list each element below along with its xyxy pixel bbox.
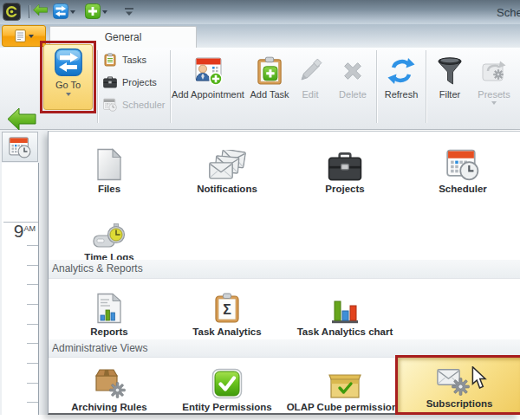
menu-item-label: Archiving Rules [50,402,168,412]
edit-button[interactable]: Edit [293,50,328,126]
goto-dropdown-menu: Files Notifications Projects Scheduler [48,131,520,415]
section-header-analytics-reports: Analytics & Reports [49,260,520,279]
goto-dropdown-caret [66,93,71,99]
menu-item-label: Task Analytics [168,326,286,337]
section-header-administrative-views: Administrative Views [49,339,520,358]
go-to-icon [53,3,68,19]
tasks-clipboard-icon [103,53,117,67]
menu-item-label: Entity Permissions [168,402,286,412]
add-task-button[interactable]: Add Task [247,50,292,126]
menu-item-files[interactable]: Files [50,143,168,194]
menu-item-time-logs[interactable]: Time Logs [50,211,168,262]
time-ruler: 9 AM [2,163,39,415]
menu-item-label: OLAP Cube permissions [286,402,404,412]
titlebar: Sche [0,0,520,24]
add-task-label: Add Task [250,89,289,100]
goto-dropdown-caret [70,10,75,16]
menu-item-reports[interactable]: Reports [50,286,168,337]
report-document-icon [50,286,168,324]
box-check-icon [286,361,404,399]
time-label: 9 AM [14,223,36,240]
projects-label: Projects [122,77,157,87]
ribbon-separator [426,50,427,123]
quick-access-back-button[interactable] [33,3,48,16]
ribbon-separator [97,50,99,123]
quick-access-goto-button[interactable] [53,3,75,19]
time-tick [27,324,38,325]
time-meridiem: AM [24,224,36,233]
edit-label: Edit [302,89,319,100]
add-appointment-button[interactable]: Add Appointment [171,50,245,126]
box-gear-icon [50,361,168,399]
refresh-icon [387,54,415,88]
quick-access-add-button[interactable] [85,3,107,19]
go-to-icon [55,48,82,76]
time-tick [27,402,38,403]
presets-label: Presets [478,89,510,100]
time-tick [27,245,38,246]
mouse-cursor [471,366,488,390]
time-hour: 9 [14,223,24,240]
tasks-button[interactable]: Tasks [101,49,168,70]
refresh-button[interactable]: Refresh [380,50,422,126]
edit-pencil-icon [297,54,323,88]
time-tick [27,284,38,285]
projects-briefcase-icon [103,76,117,88]
envelopes-icon [168,143,286,181]
calendar-clock-icon [404,143,520,181]
add-icon [85,3,101,19]
refresh-label: Refresh [385,89,419,100]
time-tick [27,343,38,344]
menu-item-olap-cube-permissions[interactable]: OLAP Cube permissions [286,361,404,412]
window-bottom-edge [0,415,520,420]
customize-quick-access-toolbar-icon [124,7,134,16]
goto-button[interactable]: Go To [43,44,93,110]
time-tick [27,304,38,305]
delete-x-icon [340,54,366,88]
svg-text:Σ: Σ [223,302,231,317]
add-appointment-label: Add Appointment [172,89,244,100]
delete-button[interactable]: Delete [332,50,374,126]
add-task-icon [257,54,283,88]
time-tick [27,363,38,364]
menu-item-label: Task Analytics chart [286,326,404,337]
bar-chart-icon [286,286,404,324]
menu-item-scheduler[interactable]: Scheduler [404,143,520,194]
menu-item-entity-permissions[interactable]: Entity Permissions [168,361,286,412]
menu-item-task-analytics-chart[interactable]: Task Analytics chart [286,286,404,337]
green-check-icon [168,361,286,399]
application-menu-button[interactable] [2,25,46,47]
tasks-label: Tasks [122,55,146,65]
projects-button[interactable]: Projects [101,72,168,93]
menu-item-label: Files [50,184,168,194]
menu-item-label: Reports [50,326,168,337]
customize-quick-access-toolbar-button[interactable] [124,7,134,16]
quick-access-separator [29,5,30,18]
presets-dropdown-caret [491,101,497,107]
goto-label: Go To [55,80,81,90]
menu-item-label: Scheduler [404,184,520,194]
filter-button[interactable]: Filter [430,50,470,126]
sigma-clipboard-icon: Σ [168,286,286,324]
time-tick [27,383,38,384]
ribbon-separator [376,50,378,123]
application-menu-caret [29,35,34,41]
scheduler-button[interactable]: Scheduler [101,94,168,115]
presets-button[interactable]: Presets [472,50,516,126]
menu-item-label: Notifications [168,184,286,194]
back-arrow-icon [33,3,48,16]
filter-label: Filter [439,89,460,100]
menu-item-task-analytics[interactable]: Σ Task Analytics [168,286,286,337]
briefcase-icon [286,143,404,181]
stopwatch-icon [50,211,168,249]
application-menu-icon [15,29,26,42]
menu-item-archiving-rules[interactable]: Archiving Rules [50,361,168,412]
calendar-clock-icon [9,136,31,158]
menu-item-label: Projects [286,184,404,194]
menu-item-projects[interactable]: Projects [286,143,404,194]
scheduler-view-button[interactable] [2,132,38,162]
filter-funnel-icon [437,54,463,88]
file-icon [50,143,168,181]
add-dropdown-caret [102,10,107,16]
menu-item-notifications[interactable]: Notifications [168,143,286,194]
